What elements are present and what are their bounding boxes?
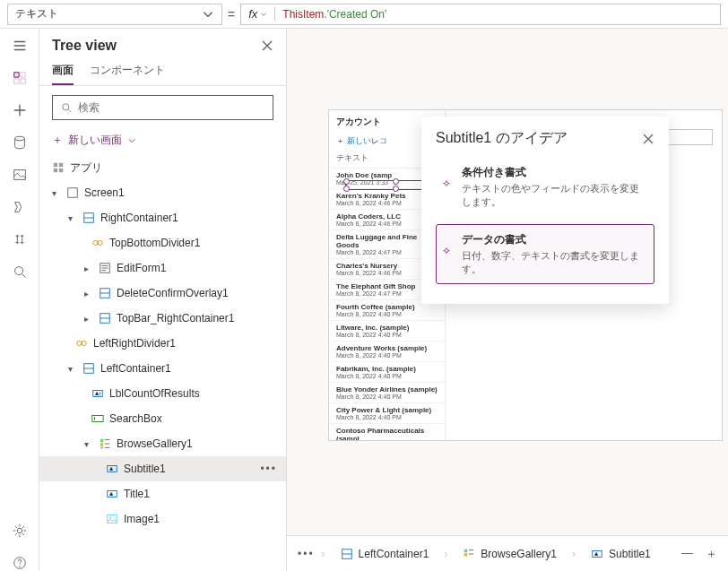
media-icon[interactable] (12, 167, 28, 183)
tree-node-topbarright[interactable]: ▸ TopBar_RightContainer1 (39, 306, 286, 331)
chevron-right-icon: › (572, 548, 576, 560)
minimize-icon[interactable]: — (681, 546, 693, 562)
tab-components[interactable]: コンポーネント (90, 63, 165, 85)
container-icon (82, 212, 95, 224)
svg-point-18 (77, 341, 82, 345)
flows-icon[interactable] (12, 199, 28, 215)
tree-node-lrdivider[interactable]: LeftRightDivider1 (39, 331, 286, 356)
label-icon (91, 387, 104, 400)
chevron-down-icon (127, 136, 136, 145)
svg-rect-23 (100, 439, 104, 443)
tree-node-lblcount[interactable]: LblCountOfResults (39, 381, 286, 406)
property-select[interactable]: テキスト (7, 4, 222, 25)
formula-bar: テキスト = fx ThisItem.'Created On' (0, 0, 728, 29)
tree-node-rightcontainer[interactable]: ▾ RightContainer1 (39, 205, 286, 230)
gallery-item[interactable]: Fabrikam, Inc. (sample)March 8, 2022 4:4… (329, 362, 445, 383)
form-icon (99, 262, 111, 274)
property-select-value: テキスト (15, 6, 58, 22)
gallery-item-title: Fourth Coffee (sample) (336, 303, 438, 311)
tree-node-topbottomdivider[interactable]: TopBottomDivider1 (39, 230, 286, 255)
container-icon (82, 362, 95, 375)
chevron-right-icon[interactable]: ▸ (84, 264, 93, 273)
gallery-item[interactable]: City Power & Light (sample)March 8, 2022… (329, 403, 445, 424)
gallery-item[interactable]: Blue Yonder Airlines (sample)March 8, 20… (329, 383, 445, 403)
idea-card[interactable]: ✧ 条件付き書式 テキストの色やフィールドの表示を変更します。 (436, 157, 654, 217)
svg-rect-32 (464, 553, 468, 557)
gallery-item-title: Fabrikam, Inc. (sample) (336, 365, 438, 373)
svg-point-3 (17, 528, 22, 532)
container-icon (99, 312, 111, 324)
gallery-item-subtitle: March 8, 2022 4:40 PM (336, 414, 438, 420)
tree-node-subtitle1[interactable]: Subtitle1 ••• (39, 456, 286, 481)
chevron-down-icon[interactable]: ▾ (52, 188, 61, 198)
more-icon[interactable]: ••• (298, 548, 315, 560)
container-icon (99, 287, 111, 299)
gallery-item[interactable]: Adventure Works (sample)March 8, 2022 4:… (329, 342, 445, 362)
svg-rect-22 (92, 416, 103, 422)
close-icon[interactable] (642, 133, 654, 145)
formula-input[interactable]: ThisItem.'Created On' (275, 8, 394, 21)
search-icon[interactable] (12, 264, 28, 280)
gallery-item-title: City Power & Light (sample) (336, 406, 438, 414)
tree-node-title1[interactable]: Title1 (39, 481, 286, 506)
gear-icon[interactable] (12, 523, 28, 539)
gallery-item[interactable]: Contoso Pharmaceuticals (sampl (329, 424, 445, 440)
help-icon[interactable] (12, 555, 28, 571)
divider-icon (91, 237, 104, 249)
fx-prefix[interactable]: fx (241, 7, 275, 21)
tree-search-input[interactable] (78, 101, 265, 114)
idea-desc: テキストの色やフィールドの表示を変更します。 (462, 182, 645, 209)
tree-node-leftcontainer[interactable]: ▾ LeftContainer1 (39, 356, 286, 381)
idea-card[interactable]: ✧ データの書式 日付、数字、テキストの書式を変更します。 (436, 224, 654, 284)
gallery-item[interactable]: Litware, Inc. (sample)March 8, 2022 4:40… (329, 321, 445, 342)
new-screen-label: 新しい画面 (68, 133, 122, 148)
divider-icon (75, 337, 88, 350)
plus-icon: ＋ (336, 135, 344, 147)
tree-view-icon[interactable] (12, 70, 28, 86)
svg-point-29 (109, 516, 111, 518)
tree-search[interactable] (52, 95, 273, 120)
crumb-browsegallery[interactable]: BrowseGallery1 (455, 543, 565, 565)
crumb-leftcontainer[interactable]: LeftContainer1 (333, 543, 438, 565)
svg-rect-11 (68, 188, 78, 198)
gallery-icon (99, 437, 111, 450)
svg-rect-24 (100, 443, 104, 446)
gallery-item-title: Contoso Pharmaceuticals (sampl (336, 427, 438, 440)
chevron-down-icon[interactable]: ▾ (84, 439, 93, 449)
chevron-right-icon[interactable]: ▸ (84, 289, 93, 298)
tree-node-image1[interactable]: Image1 (39, 506, 286, 532)
idea-title: データの書式 (462, 232, 645, 247)
more-icon[interactable]: ••• (260, 463, 277, 475)
svg-rect-9 (54, 169, 57, 172)
tab-screens[interactable]: 画面 (52, 63, 74, 85)
tree-node-editform[interactable]: ▸ EditForm1 (39, 255, 286, 281)
chevron-right-icon[interactable]: ▸ (84, 314, 93, 324)
tree-body: アプリ ▾ Screen1 ▾ RightContainer1 TopBotto… (39, 151, 286, 571)
svg-point-14 (98, 240, 102, 245)
data-icon[interactable] (12, 134, 28, 151)
ideas-popup: Subtitle1 のアイデア ✧ 条件付き書式 テキストの色やフィールドの表示… (421, 117, 669, 304)
plus-icon[interactable] (12, 102, 28, 118)
new-screen-button[interactable]: ＋ 新しい画面 (39, 129, 286, 151)
crumb-subtitle[interactable]: Subtitle1 (583, 543, 659, 565)
chevron-right-icon: › (444, 548, 447, 560)
search-icon (60, 101, 73, 114)
breadcrumb: ••• › LeftContainer1 › BrowseGallery1 › … (287, 535, 728, 571)
chevron-down-icon[interactable]: ▾ (68, 213, 77, 223)
container-icon (341, 548, 353, 560)
zoom-controls: — ＋ (681, 546, 717, 562)
chevron-down-icon[interactable]: ▾ (68, 364, 77, 374)
plus-icon[interactable]: ＋ (706, 546, 717, 562)
svg-point-0 (14, 136, 24, 141)
variables-icon[interactable] (12, 231, 28, 247)
tree-node-browsegallery[interactable]: ▾ BrowseGallery1 (39, 431, 286, 456)
gallery-icon (463, 548, 475, 560)
tree-node-screen1[interactable]: ▾ Screen1 (39, 180, 286, 205)
tree-node-deleteoverlay[interactable]: ▸ DeleteConfirmOverlay1 (39, 281, 286, 306)
tree-node-searchbox[interactable]: SearchBox (39, 406, 286, 431)
svg-point-13 (93, 240, 98, 245)
gallery-item-subtitle: March 8, 2022 4:40 PM (336, 332, 438, 338)
hamburger-icon[interactable] (12, 38, 28, 54)
close-icon[interactable] (261, 39, 273, 52)
tree-node-app[interactable]: アプリ (39, 155, 286, 180)
